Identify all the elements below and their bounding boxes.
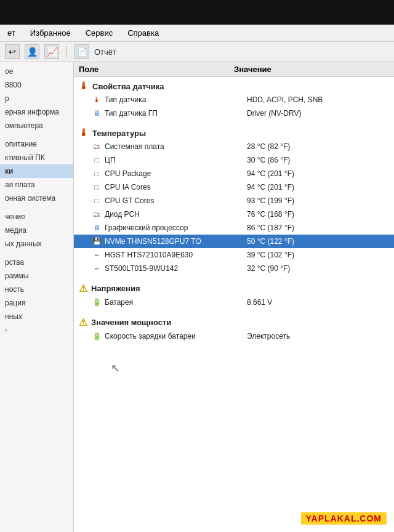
temps-icon: 🌡 xyxy=(79,127,89,139)
row-cpu-ia-cores[interactable]: □ CPU IA Cores 94 °C (201 °F) xyxy=(74,180,394,194)
gpu-sensor-icon: 🖥 xyxy=(91,109,102,118)
charge-label: Скорость зарядки батареи xyxy=(105,332,247,341)
mobo-icon: 🗂 xyxy=(91,142,102,151)
menu-help[interactable]: Справка xyxy=(125,27,161,39)
watermark: YAPLAKAL.COM xyxy=(301,512,387,525)
menu-bar: ет Избранное Сервис Справка xyxy=(0,25,394,42)
sidebar-item-1[interactable]: 8800 xyxy=(0,78,73,92)
sidebar-item-0[interactable]: ое xyxy=(0,65,73,78)
cpu-gt-value: 93 °C (199 °F) xyxy=(247,196,389,205)
sidebar: ое 8800 р ерная информа омпьютера опитан… xyxy=(0,62,74,532)
sidebar-item-11[interactable] xyxy=(0,205,73,210)
sidebar-item-20[interactable]: нных xyxy=(0,310,73,323)
row-nvme[interactable]: 💾 NVMe THNSN5128GPU7 TO 50 °C (122 °F) xyxy=(74,235,394,248)
hgst-label: HGST HTS721010A9E630 xyxy=(105,251,247,259)
cpu-icon: □ xyxy=(91,156,102,164)
row-cpu[interactable]: □ ЦП 30 °C (86 °F) xyxy=(74,153,394,167)
st500-value: 32 °C (90 °F) xyxy=(247,264,389,273)
cpu-gt-label: CPU GT Cores xyxy=(105,196,247,205)
row-gpu-sensor-type[interactable]: 🖥 Тип датчика ГП Driver (NV-DRV) xyxy=(74,107,394,120)
chart-icon[interactable]: 📈 xyxy=(44,44,59,59)
sensor-props-icon: 🌡 xyxy=(79,81,89,92)
sidebar-item-13[interactable]: медиа xyxy=(0,224,73,237)
col-value-header: Значение xyxy=(234,65,389,74)
sidebar-item-4[interactable]: омпьютера xyxy=(0,119,73,132)
charge-value: Электросеть xyxy=(247,332,389,341)
sidebar-item-7[interactable]: ктивный ПК xyxy=(0,151,73,164)
section-temps: 🌡 Температуры xyxy=(74,124,394,140)
gpu-sensor-value: Driver (NV-DRV) xyxy=(247,109,389,118)
sidebar-item-16[interactable]: рства xyxy=(0,256,73,269)
sidebar-item-3[interactable]: ерная информа xyxy=(0,105,73,119)
sidebar-item-17[interactable]: раммы xyxy=(0,269,73,283)
row-pch[interactable]: 🗂 Диод PCH 76 °C (168 °F) xyxy=(74,208,394,221)
report-icon[interactable]: 📄 xyxy=(74,44,89,59)
sidebar-item-10[interactable]: онная система xyxy=(0,191,73,205)
st500-icon: ━ xyxy=(91,264,102,273)
cpu-ia-value: 94 °C (201 °F) xyxy=(247,183,389,191)
cpu-package-icon: □ xyxy=(91,169,102,178)
voltages-title: Напряжения xyxy=(91,284,140,293)
menu-service[interactable]: Сервис xyxy=(83,27,116,39)
sidebar-item-18[interactable]: ность xyxy=(0,283,73,296)
main-screen: ет Избранное Сервис Справка ↩ 👤 📈 📄 Отчё… xyxy=(0,25,394,532)
cpu-gt-icon: □ xyxy=(91,196,102,205)
sensor-props-title: Свойства датчика xyxy=(92,82,164,91)
voltages-icon: ⚠ xyxy=(79,283,87,294)
cpu-ia-label: CPU IA Cores xyxy=(105,183,247,191)
content-area: Поле Значение 🌡 Свойства датчика 🌡 Тип д… xyxy=(74,62,394,532)
hgst-icon: ━ xyxy=(91,251,102,259)
nvme-value: 50 °C (122 °F) xyxy=(247,237,389,246)
empty-area: ↖ xyxy=(74,361,394,411)
row-gpu[interactable]: 🖥 Графический процессор 86 °C (187 °F) xyxy=(74,221,394,235)
table-header: Поле Значение xyxy=(74,62,394,77)
user-icon[interactable]: 👤 xyxy=(25,44,39,59)
report-label: Отчёт xyxy=(94,47,116,57)
row-battery[interactable]: 🔋 Батарея 8.661 V xyxy=(74,296,394,309)
battery-icon: 🔋 xyxy=(91,298,102,307)
top-bar xyxy=(0,0,394,25)
cpu-label: ЦП xyxy=(105,156,247,164)
pch-value: 76 °C (168 °F) xyxy=(247,210,389,219)
row-cpu-package[interactable]: □ CPU Package 94 °C (201 °F) xyxy=(74,167,394,180)
col-field-header: Поле xyxy=(79,65,234,74)
mobo-value: 28 °C (82 °F) xyxy=(247,142,389,151)
charge-icon: 🔋 xyxy=(91,332,102,341)
section-sensor-props: 🌡 Свойства датчика xyxy=(74,77,394,93)
row-mobo[interactable]: 🗂 Системная плата 28 °C (82 °F) xyxy=(74,140,394,153)
sensor-type-icon: 🌡 xyxy=(91,95,102,104)
hgst-value: 39 °C (102 °F) xyxy=(247,251,389,259)
sidebar-item-2[interactable]: р xyxy=(0,92,73,105)
main-content: ое 8800 р ерная информа омпьютера опитан… xyxy=(0,62,394,532)
power-title: Значения мощности xyxy=(91,318,171,327)
sidebar-item-14[interactable]: ых данных xyxy=(0,237,73,251)
back-icon[interactable]: ↩ xyxy=(5,44,20,59)
gpu-label: Графический процессор xyxy=(105,224,247,232)
row-sensor-type[interactable]: 🌡 Тип датчика HDD, ACPI, PCH, SNB xyxy=(74,93,394,107)
sidebar-item-19[interactable]: рация xyxy=(0,296,73,310)
menu-favorites[interactable]: Избранное xyxy=(28,27,73,39)
sidebar-item-9[interactable]: ая плата xyxy=(0,178,73,191)
sidebar-item-6[interactable]: опитание xyxy=(0,137,73,151)
nvme-icon: 💾 xyxy=(91,237,102,246)
pch-icon: 🗂 xyxy=(91,210,102,219)
row-cpu-gt-cores[interactable]: □ CPU GT Cores 93 °C (199 °F) xyxy=(74,194,394,208)
cpu-package-value: 94 °C (201 °F) xyxy=(247,169,389,178)
gpu-icon: 🖥 xyxy=(91,224,102,232)
sidebar-expand[interactable]: › xyxy=(0,323,73,337)
sidebar-item-5[interactable] xyxy=(0,132,73,137)
cpu-value: 30 °C (86 °F) xyxy=(247,156,389,164)
sidebar-item-12[interactable]: чение xyxy=(0,210,73,224)
sidebar-item-15[interactable] xyxy=(0,251,73,256)
section-power: ⚠ Значения мощности xyxy=(74,313,394,329)
menu-et[interactable]: ет xyxy=(5,27,18,39)
separator xyxy=(66,46,67,58)
sidebar-item-8[interactable]: ки xyxy=(0,164,73,178)
cpu-ia-icon: □ xyxy=(91,183,102,191)
gpu-sensor-label: Тип датчика ГП xyxy=(105,109,247,118)
row-hgst[interactable]: ━ HGST HTS721010A9E630 39 °C (102 °F) xyxy=(74,248,394,262)
row-st500[interactable]: ━ ST500LT015-9WU142 32 °C (90 °F) xyxy=(74,262,394,275)
cpu-package-label: CPU Package xyxy=(105,169,247,178)
battery-value: 8.661 V xyxy=(247,298,389,307)
row-charge-rate[interactable]: 🔋 Скорость зарядки батареи Электросеть xyxy=(74,329,394,343)
